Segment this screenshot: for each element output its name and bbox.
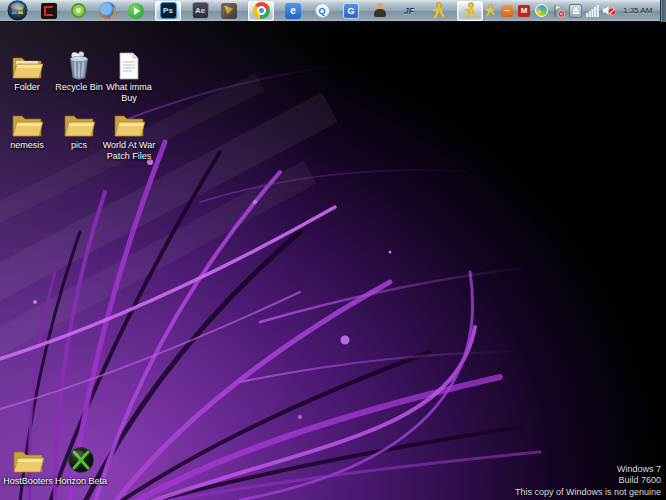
desktop-icon-nemesis[interactable]: nemesis	[0, 106, 54, 151]
taskbar-app-green-ring[interactable]	[68, 1, 88, 21]
taskbar-app-player[interactable]	[126, 1, 146, 21]
desktop-icon-label: World At War Patch Files	[100, 140, 158, 162]
wallpaper-purple-fractal	[0, 22, 666, 500]
tray-action-center[interactable]	[551, 3, 565, 19]
green-play-icon	[128, 3, 144, 19]
taskbar-app-creature[interactable]	[219, 1, 239, 21]
watermark-build: Build 7600	[515, 475, 661, 487]
taskbar-app-messenger[interactable]: e	[283, 1, 303, 21]
folder-icon	[0, 106, 54, 138]
colorful-swirl-icon	[535, 4, 548, 17]
tray-volume[interactable]	[602, 3, 616, 19]
person-body	[374, 9, 386, 17]
tray-network[interactable]	[585, 3, 599, 19]
blue-chat-bubble-icon: Q	[315, 3, 330, 18]
taskbar-app-aim-active[interactable]	[457, 1, 483, 21]
orange-app-icon: ~	[501, 5, 513, 17]
taskbar-clock[interactable]: 1:35 AM	[619, 6, 657, 15]
desktop-icon-pics[interactable]: pics	[52, 106, 106, 151]
desktop-area[interactable]: Folder Recycle Bin	[0, 22, 666, 500]
safely-remove-hardware-icon	[569, 4, 582, 18]
taskbar-app-firefox[interactable]	[97, 1, 117, 21]
system-tray: ~ M	[483, 0, 666, 22]
chrome-icon	[253, 2, 270, 19]
tray-aim[interactable]	[483, 3, 497, 19]
blue-messenger-icon: e	[285, 3, 301, 19]
desktop-icon-label: What imma Buy	[102, 82, 156, 104]
taskbar-app-g-square[interactable]: G	[341, 1, 361, 21]
blue-g-square-icon: G	[343, 3, 359, 19]
desktop-icon-world-at-war[interactable]: World At War Patch Files	[100, 106, 158, 162]
desktop-icon-label: pics	[52, 140, 106, 151]
taskbar-app-jf[interactable]: JF	[399, 1, 419, 21]
network-signal-icon	[586, 5, 599, 17]
desktop-icon-label: Recycle Bin	[52, 82, 106, 93]
desktop-icon-recycle-bin[interactable]: Recycle Bin	[52, 48, 106, 93]
person-icon	[373, 3, 387, 18]
taskbar-app-aim[interactable]	[428, 1, 448, 21]
windows-genuine-watermark: Windows 7 Build 7600 This copy of Window…	[515, 464, 661, 499]
taskbar: Ps Ae e Q G	[0, 0, 666, 22]
action-center-flag-icon	[552, 4, 565, 18]
desktop-screen: Ps Ae e Q G	[0, 0, 666, 500]
folder-icon	[0, 48, 54, 80]
xbox-sphere-icon	[52, 442, 110, 474]
watermark-os-name: Windows 7	[515, 464, 661, 476]
start-orb-icon	[6, 0, 29, 22]
text-document-icon	[102, 48, 156, 80]
tray-mcafee[interactable]: M	[517, 3, 531, 19]
after-effects-icon: Ae	[192, 2, 209, 19]
jf-logo-icon: JF	[404, 6, 415, 16]
desktop-icon-label: HostBooters	[1, 476, 55, 487]
photoshop-icon: Ps	[160, 2, 177, 19]
desktop-icon-label: nemesis	[0, 140, 54, 151]
desktop-icon-horizon-beta[interactable]: Horizon Beta	[52, 442, 110, 487]
taskbar-pinned-items: Ps Ae e Q G	[0, 1, 483, 21]
firefox-icon	[99, 2, 116, 19]
volume-muted-icon	[602, 4, 616, 17]
dark-red-recorder-icon	[41, 3, 57, 19]
tray-safely-remove[interactable]	[568, 3, 582, 19]
taskbar-app-photoshop[interactable]: Ps	[155, 1, 181, 21]
folder-icon	[52, 106, 106, 138]
taskbar-app-chat-bubble[interactable]: Q	[312, 1, 332, 21]
desktop-icon-what-imma-buy[interactable]: What imma Buy	[102, 48, 156, 104]
taskbar-app-person[interactable]	[370, 1, 390, 21]
yellow-creature-icon	[221, 3, 237, 19]
green-ring-app-icon	[71, 3, 86, 18]
taskbar-app-recorder[interactable]	[39, 1, 59, 21]
folder-icon	[1, 442, 55, 474]
start-button[interactable]	[4, 1, 30, 21]
desktop-icon-hostbooters[interactable]: HostBooters	[1, 442, 55, 487]
aim-running-man-icon	[430, 2, 447, 20]
recycle-bin-full-icon	[52, 48, 106, 80]
tray-swirl-app[interactable]	[534, 3, 548, 19]
mcafee-m-icon: M	[518, 5, 530, 17]
watermark-genuine-notice: This copy of Windows is not genuine	[515, 487, 661, 499]
desktop-icon-label: Folder	[0, 82, 54, 93]
aim-tray-icon	[484, 4, 496, 17]
show-desktop-button[interactable]	[660, 0, 666, 22]
desktop-icon-folder[interactable]: Folder	[0, 48, 54, 93]
taskbar-app-after-effects[interactable]: Ae	[190, 1, 210, 21]
taskbar-app-chrome[interactable]	[248, 1, 274, 21]
tray-orange-app[interactable]: ~	[500, 3, 514, 19]
folder-icon	[100, 106, 158, 138]
desktop-icon-label: Horizon Beta	[52, 476, 110, 487]
aim-running-man-icon	[462, 2, 479, 20]
